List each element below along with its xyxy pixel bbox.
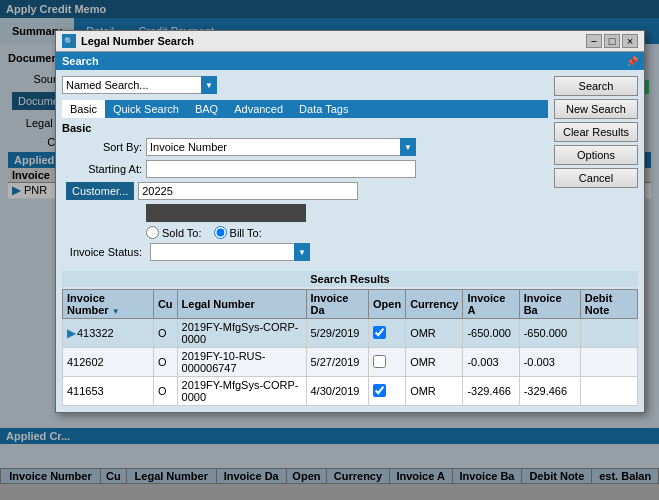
table-row[interactable]: ▶413322O2019FY-MfgSys-CORP-00005/29/2019… [63,319,638,348]
named-search-row: Named Search... ▼ [62,76,548,94]
minimize-button[interactable]: − [586,34,602,48]
close-button[interactable]: × [622,34,638,48]
sold-to-label: Sold To: [162,227,202,239]
results-table: Invoice Number ▼ Cu Legal Number Invoice… [62,289,638,406]
bill-to-label: Bill To: [230,227,262,239]
tab-baq[interactable]: BAQ [187,100,226,118]
invoice-status-row: Invoice Status: ▼ [62,243,548,261]
options-button[interactable]: Options [554,145,638,165]
modal-window-buttons: − □ × [586,34,638,48]
starting-at-label: Starting At: [62,163,142,175]
search-right-buttons: Search New Search Clear Results Options … [554,76,638,265]
tab-basic[interactable]: Basic [62,100,105,118]
invoice-status-label: Invoice Status: [62,246,142,258]
invoice-status-wrapper[interactable]: ▼ [150,243,310,261]
col-header-open[interactable]: Open [369,290,406,319]
search-tabs: Basic Quick Search BAQ Advanced Data Tag… [62,100,548,118]
sort-by-label: Sort By: [62,141,142,153]
radio-group: Sold To: Bill To: [146,226,548,239]
pin-icon: 📌 [626,56,638,67]
col-header-cu[interactable]: Cu [153,290,177,319]
named-search-select-wrapper[interactable]: Named Search... ▼ [62,76,217,94]
search-section-header: Search 📌 [56,52,644,70]
modal-title-text: Legal Number Search [81,35,586,47]
modal-title-icon: 🔍 [62,34,76,48]
search-left: Named Search... ▼ Basic Quick Search BAQ [62,76,548,265]
modal-dialog: 🔍 Legal Number Search − □ × Search 📌 [55,30,645,413]
sold-to-radio[interactable] [146,226,159,239]
table-row[interactable]: 411653O2019FY-MfgSys-CORP-00004/30/2019O… [63,377,638,406]
col-header-invoice-da[interactable]: Invoice Da [306,290,369,319]
col-header-invoice-number[interactable]: Invoice Number ▼ [63,290,154,319]
col-header-invoice-ba[interactable]: Invoice Ba [519,290,580,319]
customer-modal-row: Customer... [62,182,548,200]
sort-by-row: Sort By: Invoice Number ▼ [62,138,548,156]
bill-to-radio-item: Bill To: [214,226,262,239]
results-header-bar: Search Results [62,271,638,287]
clear-results-button[interactable]: Clear Results [554,122,638,142]
app-container: Apply Credit Memo Summary Detail Credit … [0,0,659,500]
maximize-button[interactable]: □ [604,34,620,48]
sold-to-radio-item: Sold To: [146,226,202,239]
cancel-button[interactable]: Cancel [554,168,638,188]
col-header-currency[interactable]: Currency [406,290,463,319]
col-header-legal-number[interactable]: Legal Number [177,290,306,319]
starting-at-row: Starting At: [62,160,548,178]
search-results-section: Search Results Invoice Number ▼ Cu Legal… [56,271,644,412]
search-button[interactable]: Search [554,76,638,96]
sort-arrow-icon: ▼ [112,307,120,316]
sort-by-select[interactable]: Invoice Number [146,138,416,156]
customer-modal-input[interactable] [138,182,358,200]
sort-select-wrapper[interactable]: Invoice Number ▼ [146,138,416,156]
customer-modal-button[interactable]: Customer... [66,182,134,200]
basic-label: Basic [62,122,548,134]
redacted-content [146,204,306,222]
modal-body: Named Search... ▼ Basic Quick Search BAQ [56,70,644,271]
bill-to-radio[interactable] [214,226,227,239]
tab-quick-search[interactable]: Quick Search [105,100,187,118]
modal-title-bar: 🔍 Legal Number Search − □ × [56,31,644,52]
col-header-invoice-a[interactable]: Invoice A [463,290,519,319]
named-search-select[interactable]: Named Search... [62,76,217,94]
tab-data-tags[interactable]: Data Tags [291,100,356,118]
tab-advanced[interactable]: Advanced [226,100,291,118]
table-row[interactable]: 412602O2019FY-10-RUS-0000067475/27/2019O… [63,348,638,377]
redacted-row [146,204,548,222]
new-search-button[interactable]: New Search [554,99,638,119]
col-header-debit-note[interactable]: Debit Note [580,290,637,319]
starting-at-input[interactable] [146,160,416,178]
invoice-status-select[interactable] [150,243,310,261]
